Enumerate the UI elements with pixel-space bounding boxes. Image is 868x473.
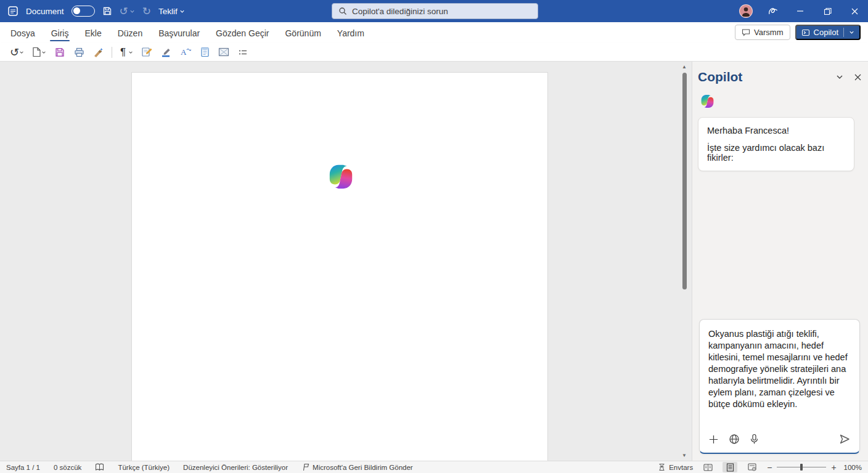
tab-gozden-gecir[interactable]: Gözden Geçir [208,23,277,42]
paragraph-marks-button[interactable]: ¶ [120,45,133,60]
quick-toolbar: ↺ ¶ A [0,43,868,62]
save-icon[interactable] [102,6,112,16]
chevron-down-icon [41,50,46,55]
scrollbar-thumb[interactable] [682,73,687,289]
minimize-button[interactable] [787,0,814,22]
status-bar: Sayfa 1 / 1 0 sözcük Türkçe (Türkiye) Dü… [0,461,868,473]
copilot-input-card: Okyanus plastiği atığı teklifi, kampanya… [699,319,860,454]
chevron-down-icon [179,9,185,14]
zoom-slider-thumb[interactable] [800,464,803,471]
search-placeholder: Copilot'a dilediğinizi sorun [352,7,448,16]
image-button[interactable] [218,45,229,60]
main-area: ▲ ▼ Copilot Merhaba Francesca! İşte size… [0,62,868,461]
copilot-input[interactable]: Okyanus plastiği atığı teklifi, kampanya… [700,320,859,410]
svg-text:A: A [181,47,187,57]
page-indicator[interactable]: Sayfa 1 / 1 [6,464,40,471]
zoom-level[interactable]: 100% [844,464,862,471]
search-icon [338,7,347,15]
text-effects-button[interactable]: A [179,45,191,60]
zoom-slider[interactable] [777,467,826,467]
edit-pen-button[interactable] [141,45,152,60]
chevron-down-icon [128,50,133,55]
copilot-logo [700,94,715,109]
focus-mode-button[interactable]: Envtars [658,463,693,471]
toolbar-divider [112,47,112,58]
feedback-flag-icon [301,463,309,471]
tab-basvurular[interactable]: Başvurular [150,23,208,42]
word-count[interactable]: 0 sözcük [54,464,81,471]
document-page[interactable] [131,72,548,461]
vertical-scrollbar[interactable]: ▲ ▼ [680,62,690,461]
feedback-button[interactable]: Microsoft'a Geri Bildirim Gönder [301,463,413,471]
close-button[interactable] [841,0,868,22]
tab-dosya[interactable]: Dosya [2,23,43,42]
close-panel-icon[interactable] [854,73,862,81]
zoom-out-button[interactable]: − [767,463,772,472]
web-globe-icon[interactable] [729,434,740,445]
tab-duzen[interactable]: Düzen [110,23,150,42]
comment-icon [742,28,750,37]
tab-ekle[interactable]: Ekle [76,23,109,42]
zoom-in-button[interactable]: + [831,463,836,472]
copilot-window-icon [801,28,810,37]
document-canvas: ▲ ▼ [0,62,692,461]
save-button[interactable] [54,45,65,60]
chevron-down-icon [849,30,854,35]
language-indicator[interactable]: Türkçe (Türkiye) [118,464,170,471]
tab-gorunum[interactable]: Görünüm [277,23,329,42]
copilot-button[interactable]: Copilot [795,25,861,40]
word-app-icon [7,6,18,17]
print-layout-button[interactable] [723,462,737,472]
web-layout-button[interactable] [745,462,760,472]
restore-button[interactable] [814,0,841,22]
document-title[interactable]: Document [26,7,64,16]
undo-icon[interactable]: ↺ [120,6,128,17]
greeting-line-1: Merhaba Francesca! [707,126,845,135]
read-mode-button[interactable] [700,462,715,472]
template-selector[interactable]: Teklif [158,7,185,16]
comments-button[interactable]: Varsmm [735,25,790,40]
ribbon-tab-row: Dosya Giriş Ekle Düzen Başvurular Gözden… [0,22,868,43]
copilot-search-box[interactable]: Copilot'a dilediğinizi sorun [332,3,538,19]
spacing-button[interactable] [237,45,248,60]
copilot-greeting-card: Merhaba Francesca! İşte size yardımcı ol… [698,117,854,171]
user-avatar[interactable] [739,4,753,18]
hourglass-icon [658,463,666,471]
copilot-logo [327,163,355,191]
scroll-up-icon[interactable]: ▲ [682,64,687,70]
copilot-panel-title: Copilot [698,70,742,84]
highlighter-button[interactable] [160,45,171,60]
chevron-down-icon [19,50,24,55]
editor-suggestions[interactable]: Düzenleyici Önerileri: Gösteriliyor [183,464,288,471]
tab-giris[interactable]: Giriş [43,23,77,42]
tab-yardim[interactable]: Yardım [329,23,372,42]
undo-chevron-icon[interactable] [129,9,135,14]
undo-button[interactable]: ↺ [10,45,24,60]
new-document-button[interactable] [32,45,46,60]
copilot-panel: Copilot Merhaba Francesca! İşte size yar… [692,62,868,461]
redo-icon[interactable]: ↻ [142,6,151,17]
autosave-toggle[interactable] [72,6,95,17]
greeting-line-2: İşte size yardımcı olacak bazı fikirler: [707,143,845,163]
send-icon[interactable] [838,433,851,445]
titlebar: Document ↺ ↻ Teklif Copilot'a dilediğini… [0,0,868,22]
collapse-chevron-icon[interactable] [835,73,844,81]
format-painter-button[interactable] [92,45,104,60]
print-button[interactable] [73,45,84,60]
scroll-down-icon[interactable]: ▼ [682,453,687,458]
add-attachment-icon[interactable] [708,434,719,445]
microphone-icon[interactable] [750,434,759,445]
page-style-button[interactable] [199,45,210,60]
sketch-icon[interactable] [760,0,787,22]
proofing-book-icon[interactable] [95,463,104,471]
